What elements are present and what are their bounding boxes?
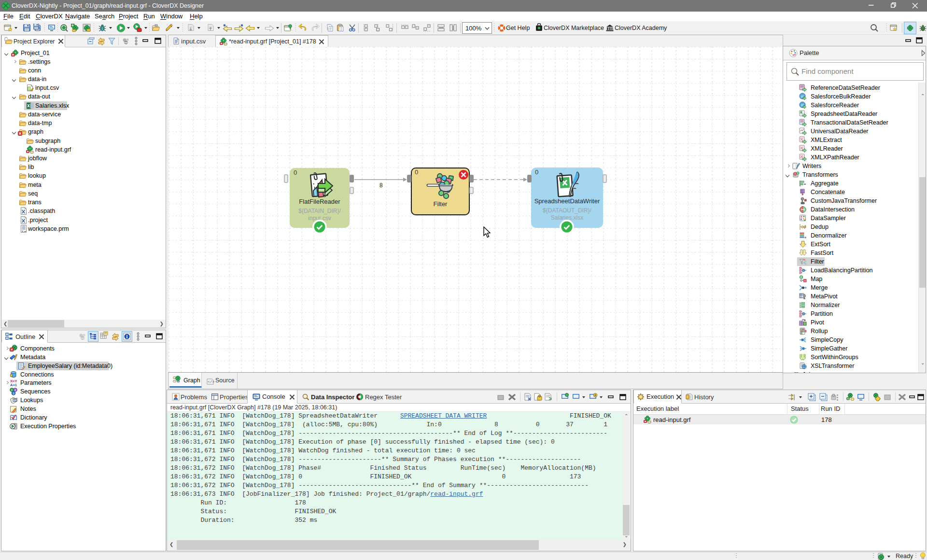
- svg-text:</>: </>: [208, 379, 215, 384]
- svg-text:8: 8: [379, 182, 383, 189]
